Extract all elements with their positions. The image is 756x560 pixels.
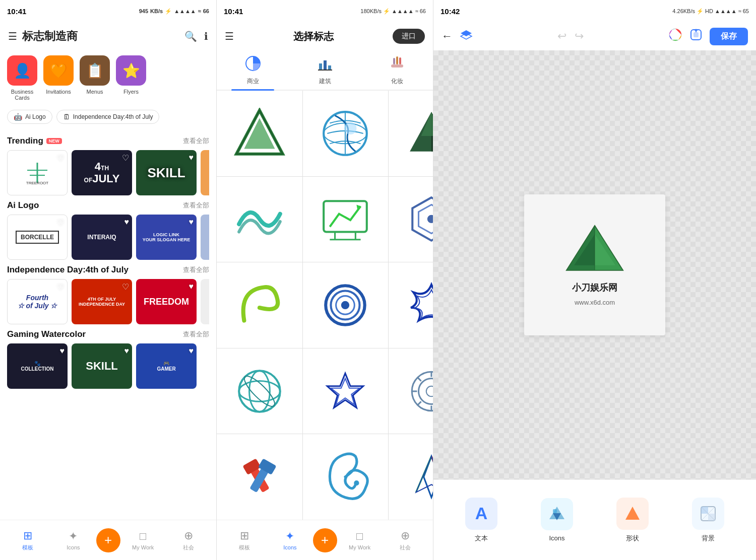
nav-icons[interactable]: ✦ Icons xyxy=(50,530,96,550)
card-4th-july[interactable]: ♡ 4THOFJULY xyxy=(72,150,132,195)
tag-independence-day[interactable]: 🗓 Independence Day:4th of July xyxy=(56,110,160,124)
tool-text[interactable]: A 文本 xyxy=(465,498,497,543)
logo-triangle-green[interactable] xyxy=(217,91,302,176)
time-1: 10:41 xyxy=(7,7,26,16)
heart-icon[interactable]: ♥ xyxy=(189,153,194,162)
heart-icon[interactable]: ♡ xyxy=(57,154,64,163)
canvas-area[interactable]: 小刀娱乐网 www.x6d.com xyxy=(433,50,756,479)
status-icons-3: 4.26KB/s ⚡ HD ▲▲▲▲ ≈ 65 xyxy=(672,8,749,15)
color-wheel-icon[interactable] xyxy=(668,28,682,45)
info-icon[interactable]: ℹ xyxy=(204,30,208,42)
hamburger-icon[interactable]: ☰ xyxy=(8,30,17,42)
card-freedom[interactable]: ♥ FREEDOM xyxy=(136,279,197,324)
save-button[interactable]: 保存 xyxy=(710,28,748,45)
templates-label: 模板 xyxy=(22,544,33,551)
card-skill[interactable]: ♥ SKILL xyxy=(136,150,197,195)
card-fourth[interactable]: ♡ Fourth☆ of July ☆ xyxy=(7,279,68,324)
cat-menus[interactable]: 📋 Menus xyxy=(80,55,110,101)
logo-swirl-blue[interactable] xyxy=(303,434,389,520)
logo-triangle-dark[interactable] xyxy=(389,91,433,176)
view-all-ailogo[interactable]: 查看全部 xyxy=(183,201,209,210)
icons-icon-2: ✦ xyxy=(285,530,294,543)
tool-icons[interactable]: Icons xyxy=(541,498,573,542)
nav-social-2[interactable]: ⊕ 社会 xyxy=(383,529,428,551)
svg-marker-22 xyxy=(421,112,433,136)
new-badge: NEW xyxy=(46,138,62,144)
logo-star-cross[interactable] xyxy=(389,262,433,348)
logo-gear-circle[interactable] xyxy=(389,348,433,434)
card-gaming1[interactable]: ♥ 🐾COLLECTION xyxy=(7,343,68,389)
bottom-tools: A 文本 Icons 形状 xyxy=(433,479,756,560)
nav-social[interactable]: ⊕ 社会 xyxy=(166,529,211,551)
icons-label: Icons xyxy=(67,544,80,550)
tab-architecture[interactable]: 建筑 xyxy=(289,50,361,90)
card-circle[interactable] xyxy=(201,215,209,260)
cat-invitations[interactable]: 🧡 Invitations xyxy=(43,55,74,101)
search-icon[interactable]: 🔍 xyxy=(184,30,197,42)
heart-icon[interactable]: ♥ xyxy=(124,346,130,356)
add-button-2[interactable]: + xyxy=(313,528,337,552)
trending-cards: ♡ TREEROOT ♡ 4THOFJULY ♥ SKILL xyxy=(7,150,209,195)
view-all-gaming[interactable]: 查看全部 xyxy=(183,330,209,339)
card-logiclink[interactable]: ♥ LOGIC LINKYOUR SLOGAN HERE xyxy=(136,215,197,260)
logo-chart-screen[interactable] xyxy=(303,177,389,262)
card-treeroot[interactable]: ♡ TREEROOT xyxy=(7,150,68,195)
section-title-ailogo: Ai Logo xyxy=(7,200,39,211)
layers-icon[interactable] xyxy=(460,29,473,43)
canvas-company-url: www.x6d.com xyxy=(575,299,615,306)
cat-flyers[interactable]: ⭐ Flyers xyxy=(116,55,146,101)
background-label: 背景 xyxy=(702,534,715,543)
heart-icon[interactable]: ♥ xyxy=(189,218,194,227)
logo-hammer-cross[interactable] xyxy=(217,434,302,520)
logo-waves-teal[interactable] xyxy=(217,177,302,262)
heart-icon[interactable]: ♡ xyxy=(57,283,64,292)
logo-star-knot[interactable] xyxy=(303,348,389,434)
nav-templates[interactable]: ⊞ 模板 xyxy=(5,529,50,551)
view-all-independence[interactable]: 查看全部 xyxy=(183,265,209,274)
heart-icon[interactable]: ♥ xyxy=(189,346,194,356)
logo-sphere-teal[interactable] xyxy=(217,348,302,434)
card-gaming3[interactable]: ♥ 🎮GAMER xyxy=(136,343,197,389)
cat-icon-flyers: ⭐ xyxy=(116,55,146,86)
card-gaming2[interactable]: ♥ SKILL xyxy=(72,343,132,389)
tab-business[interactable]: 商业 xyxy=(217,50,289,90)
cat-business-cards[interactable]: 👤 BusinessCards xyxy=(7,55,37,101)
logo-circle-rings[interactable] xyxy=(303,262,389,348)
nav-icons-2[interactable]: ✦ Icons xyxy=(267,530,312,550)
heart-icon[interactable]: ♥ xyxy=(60,346,65,356)
logo-hexagon[interactable] xyxy=(389,177,433,262)
nav-mywork[interactable]: □ My Work xyxy=(120,530,166,550)
nav-templates-2[interactable]: ⊞ 模板 xyxy=(222,529,267,551)
templates-icon-2: ⊞ xyxy=(240,529,249,542)
text-label: 文本 xyxy=(475,534,488,543)
card-borcelle[interactable]: ♡ BORCELLE xyxy=(7,215,68,260)
card-partial[interactable] xyxy=(201,150,209,195)
tab-makeup-label: 化妆 xyxy=(391,77,403,86)
tool-shapes[interactable]: 形状 xyxy=(616,498,649,543)
logo-arrows-sharp[interactable] xyxy=(389,434,433,520)
undo-icon[interactable]: ↩ xyxy=(557,30,566,43)
logo-globe-blue[interactable] xyxy=(303,91,389,176)
heart-icon[interactable]: ♥ xyxy=(124,218,130,227)
share-icon[interactable] xyxy=(689,28,703,44)
heart-icon[interactable]: ♡ xyxy=(57,218,64,228)
heart-icon[interactable]: ♥ xyxy=(189,282,194,291)
import-button[interactable]: 进口 xyxy=(393,29,425,44)
heart-icon[interactable]: ♡ xyxy=(122,282,129,292)
nav-mywork-2[interactable]: □ My Work xyxy=(337,530,383,550)
menu-icon-2[interactable]: ☰ xyxy=(225,30,234,42)
logo-curve-green[interactable] xyxy=(217,262,302,348)
card-4th-july2[interactable]: ♡ 4TH OF JULYINDEPENDENCE DAY xyxy=(72,279,132,324)
tab-makeup[interactable]: 化妆 xyxy=(361,50,433,90)
card-partial2[interactable] xyxy=(201,279,209,324)
tag-ai-logo[interactable]: 🤖 Ai Logo xyxy=(7,110,52,124)
view-all-trending[interactable]: 查看全部 xyxy=(183,136,209,146)
tool-background[interactable]: 背景 xyxy=(692,498,724,543)
back-icon[interactable]: ← xyxy=(442,30,453,43)
card-interaiq[interactable]: ♥ INTERAIQ xyxy=(72,215,132,260)
add-button[interactable]: + xyxy=(96,528,120,552)
heart-icon[interactable]: ♡ xyxy=(122,153,129,163)
redo-icon[interactable]: ↪ xyxy=(575,30,584,43)
tag-independence-label: Independence Day:4th of July xyxy=(73,113,153,120)
shapes-label: 形状 xyxy=(626,534,639,543)
